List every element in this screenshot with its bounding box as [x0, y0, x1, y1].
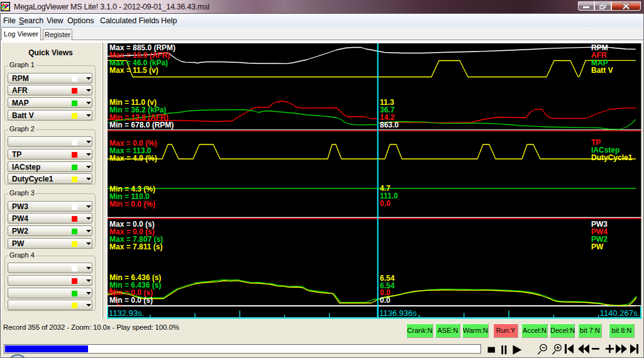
svg-text:1132.93s.: 1132.93s. — [109, 308, 144, 318]
svg-text:Max = 7.811 (s): Max = 7.811 (s) — [109, 242, 162, 251]
svg-text:0.0: 0.0 — [380, 296, 391, 305]
svg-text:PW: PW — [591, 242, 604, 251]
svg-text:Min = 0.0 (%): Min = 0.0 (%) — [109, 200, 155, 209]
svg-text:863.0: 863.0 — [380, 121, 399, 129]
svg-text:1136.936s: 1136.936s — [379, 308, 417, 318]
svg-text:1140.267s.: 1140.267s. — [600, 308, 640, 318]
svg-text:Batt V: Batt V — [591, 66, 613, 75]
svg-text:0.0: 0.0 — [380, 199, 391, 208]
svg-text:Min = 678.0 (RPM): Min = 678.0 (RPM) — [109, 121, 174, 129]
svg-text:DutyCycle1: DutyCycle1 — [591, 153, 633, 162]
svg-text:Min = 0.0 (s): Min = 0.0 (s) — [109, 296, 153, 305]
svg-text:Max = 4.9 (%): Max = 4.9 (%) — [109, 154, 157, 163]
svg-text:Max = 11.5 (v): Max = 11.5 (v) — [109, 66, 158, 75]
